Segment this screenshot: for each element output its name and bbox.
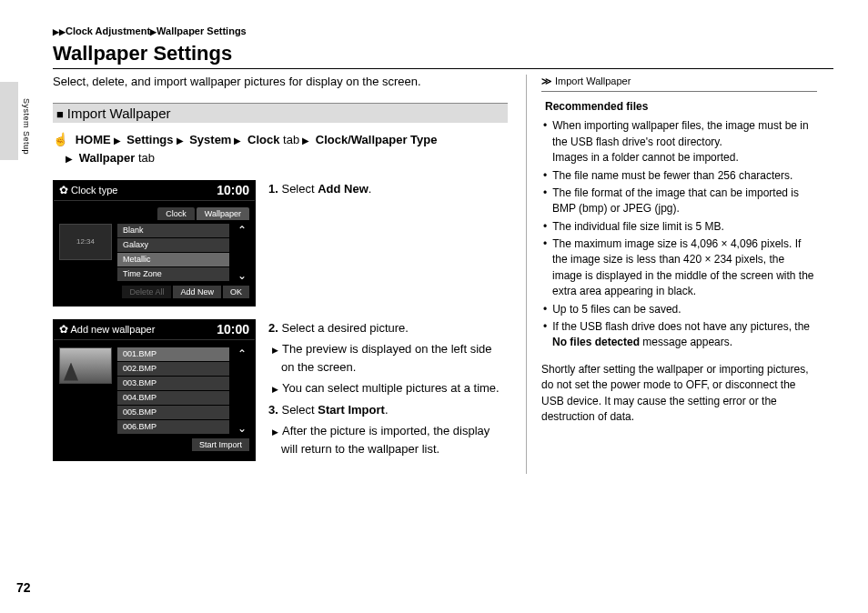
scroll-down-icon[interactable]: ⌄ bbox=[237, 422, 247, 435]
opt-blank[interactable]: Blank bbox=[117, 224, 229, 237]
scroll-up-icon[interactable]: ⌃ bbox=[237, 224, 247, 236]
file-item[interactable]: 006.BMP bbox=[117, 420, 229, 434]
nav-path: ☝ HOME▶ Settings▶ System▶ Clock tab▶ Clo… bbox=[53, 130, 508, 167]
gear-icon: ✿ bbox=[59, 184, 68, 196]
steps-2-3: 2. Select a desired picture. The preview… bbox=[268, 319, 508, 462]
page-number: 72 bbox=[16, 580, 31, 595]
start-import-button[interactable]: Start Import bbox=[192, 438, 249, 451]
recommended-heading: Recommended files bbox=[541, 99, 817, 115]
delete-all-button[interactable]: Delete All bbox=[122, 286, 171, 298]
wallpaper-thumbnail bbox=[59, 347, 112, 384]
side-label: System Setup bbox=[22, 98, 31, 155]
tab-clock[interactable]: Clock bbox=[157, 207, 195, 220]
add-new-button[interactable]: Add New bbox=[173, 286, 221, 298]
left-column: Select, delete, and import wallpaper pic… bbox=[53, 75, 508, 474]
file-item[interactable]: 003.BMP bbox=[117, 377, 229, 390]
opt-timezone[interactable]: Time Zone bbox=[117, 267, 229, 281]
ref-title: ≫Import Wallpaper bbox=[541, 75, 817, 92]
clock-preview: 12:34 bbox=[59, 224, 112, 260]
breadcrumb: ▶▶Clock Adjustment▶Wallpaper Settings bbox=[53, 25, 833, 36]
intro-text: Select, delete, and import wallpaper pic… bbox=[53, 75, 508, 88]
tab-wallpaper[interactable]: Wallpaper bbox=[197, 207, 249, 220]
file-item[interactable]: 001.BMP bbox=[117, 347, 229, 361]
scroll-up-icon[interactable]: ⌃ bbox=[237, 347, 247, 360]
opt-galaxy[interactable]: Galaxy bbox=[117, 238, 229, 252]
page-title: Wallpaper Settings bbox=[53, 42, 833, 69]
section-header: ■Import Wallpaper bbox=[53, 103, 508, 123]
right-column: ≫Import Wallpaper Recommended files When… bbox=[526, 75, 817, 474]
side-tab bbox=[0, 82, 18, 160]
gear-icon: ✿ bbox=[59, 323, 68, 336]
file-item[interactable]: 004.BMP bbox=[117, 391, 229, 405]
ok-button[interactable]: OK bbox=[223, 286, 249, 298]
step-1: 1. Select Add New. bbox=[268, 180, 508, 306]
file-item[interactable]: 005.BMP bbox=[117, 406, 229, 419]
screenshot-add-wallpaper: ✿ Add new wallpaper 10:00 001.BMP 002.BM… bbox=[53, 319, 256, 462]
opt-metallic[interactable]: Metallic bbox=[117, 253, 229, 266]
screenshot-clock-type: ✿ Clock type 10:00 Clock Wallpaper 12:34… bbox=[53, 180, 256, 306]
caution-note: Shortly after setting the wallpaper or i… bbox=[541, 362, 817, 426]
recommended-list: When importing wallpaper files, the imag… bbox=[541, 118, 817, 350]
file-item[interactable]: 002.BMP bbox=[117, 362, 229, 376]
scroll-down-icon[interactable]: ⌄ bbox=[237, 269, 247, 282]
